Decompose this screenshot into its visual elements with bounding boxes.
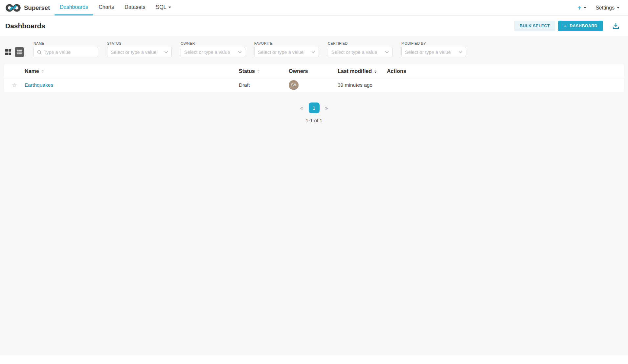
search-icon — [37, 50, 42, 55]
next-page-button[interactable]: » — [323, 104, 330, 112]
nav-item-charts[interactable]: Charts — [93, 0, 119, 15]
filter-label: NAME — [34, 41, 98, 45]
page-title: Dashboards — [5, 22, 45, 30]
chevron-down-icon — [168, 7, 171, 10]
filter-status: STATUS Select or type a value — [107, 41, 172, 57]
owner-select[interactable]: Select or type a value — [181, 47, 245, 57]
column-header-actions: Actions — [387, 68, 624, 74]
nav-item-datasets[interactable]: Datasets — [119, 0, 150, 15]
last-modified-cell: 39 minutes ago — [338, 82, 387, 88]
sort-icon — [41, 70, 44, 73]
filter-label: FAVORITE — [254, 41, 319, 45]
page-1-button[interactable]: 1 — [309, 102, 320, 113]
prev-page-button[interactable]: « — [298, 104, 305, 112]
nav-right: + Settings — [573, 0, 628, 15]
view-toggles — [5, 47, 24, 57]
filter-label: MODIFIED BY — [401, 41, 466, 45]
certified-select[interactable]: Select or type a value — [328, 47, 392, 57]
column-header-name[interactable]: Name — [25, 68, 239, 74]
name-search-input[interactable] — [44, 50, 95, 55]
superset-dashboards-page: Superset Dashboards Charts Datasets SQL … — [0, 0, 628, 364]
import-icon — [612, 22, 620, 30]
brand-name: Superset — [24, 4, 50, 11]
page-header: Dashboards BULK SELECT + DASHBOARD — [0, 16, 628, 36]
filter-label: CERTIFIED — [328, 41, 392, 45]
chevron-down-icon — [385, 51, 389, 54]
pagination: « 1 » — [0, 102, 628, 113]
plus-icon: + — [578, 5, 582, 11]
name-search-field[interactable] — [34, 47, 98, 57]
filter-name: NAME — [34, 41, 98, 57]
filter-label: OWNER — [181, 41, 245, 45]
brand[interactable]: Superset — [5, 0, 50, 15]
chevron-down-icon — [617, 7, 619, 10]
chevron-down-icon — [238, 51, 242, 54]
chevron-down-icon — [584, 7, 586, 10]
column-header-owners: Owners — [289, 68, 338, 74]
chevron-down-icon — [164, 51, 168, 54]
favorite-cell: ☆ — [4, 82, 25, 88]
favorite-select[interactable]: Select or type a value — [254, 47, 319, 57]
nav-items: Dashboards Charts Datasets SQL — [55, 0, 177, 15]
table-row: ☆ Earthquakes Draft SA 39 minutes ago — [4, 78, 624, 92]
filter-modified-by: MODIFIED BY Select or type a value — [401, 41, 466, 57]
footer-strip — [0, 355, 628, 364]
favorite-star-icon[interactable]: ☆ — [11, 82, 17, 88]
column-header-status[interactable]: Status — [239, 68, 289, 74]
card-view-icon[interactable] — [5, 49, 11, 55]
name-cell: Earthquakes — [25, 82, 239, 88]
dashboards-table: Name Status Owners Last modified Actions — [4, 64, 624, 92]
dashboard-link[interactable]: Earthquakes — [25, 82, 53, 88]
owner-avatar: SA — [289, 80, 299, 90]
filter-owner: OWNER Select or type a value — [181, 41, 245, 57]
status-cell: Draft — [239, 82, 289, 88]
chevron-down-icon — [459, 51, 462, 54]
new-dashboard-button[interactable]: + DASHBOARD — [558, 21, 603, 31]
top-nav: Superset Dashboards Charts Datasets SQL … — [0, 0, 628, 16]
table-header-row: Name Status Owners Last modified Actions — [4, 64, 624, 78]
sort-desc-icon — [374, 70, 377, 73]
filter-favorite: FAVORITE Select or type a value — [254, 41, 319, 57]
nav-item-dashboards[interactable]: Dashboards — [55, 0, 93, 15]
settings-menu[interactable]: Settings — [591, 0, 624, 15]
filter-bar: NAME STATUS Select or type a value — [0, 36, 628, 64]
status-select[interactable]: Select or type a value — [107, 47, 172, 57]
chevron-down-icon — [311, 51, 315, 54]
filter-label: STATUS — [107, 41, 172, 45]
plus-icon: + — [564, 23, 567, 29]
import-dashboard-button[interactable] — [612, 22, 620, 30]
filter-certified: CERTIFIED Select or type a value — [328, 41, 392, 57]
owners-cell: SA — [289, 80, 338, 90]
new-item-menu[interactable]: + — [573, 0, 591, 15]
content-area: NAME STATUS Select or type a value — [0, 36, 628, 355]
column-header-last-modified[interactable]: Last modified — [338, 68, 387, 74]
superset-logo-icon — [5, 3, 21, 12]
nav-item-sql[interactable]: SQL — [150, 0, 176, 15]
pagination-summary: 1-1 of 1 — [0, 118, 628, 123]
sort-icon — [257, 70, 260, 73]
bulk-select-button[interactable]: BULK SELECT — [514, 21, 555, 31]
modified-by-select[interactable]: Select or type a value — [401, 47, 466, 57]
list-view-icon[interactable] — [15, 47, 24, 57]
